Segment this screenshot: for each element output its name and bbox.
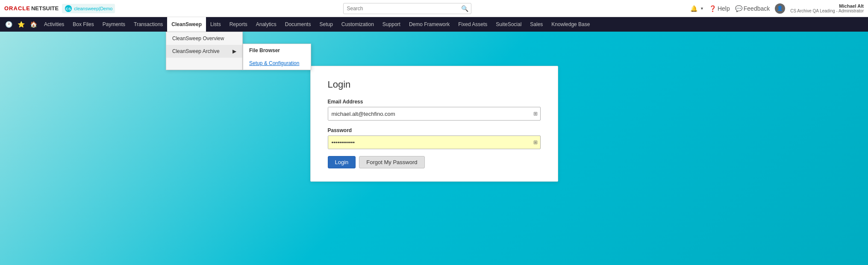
- chevron-right-icon: ▶: [232, 48, 236, 54]
- email-form-group: Email Address ⊞: [328, 99, 541, 121]
- header-right: 🔔 ▼ ❓ Help 💬 Feedback 👤 Michael Alt CS A…: [690, 3, 864, 14]
- nav-item-demo-framework[interactable]: Demo Framework: [405, 17, 454, 32]
- dropdown-secondary-menu: File Browser Setup & Configuration: [243, 44, 311, 70]
- forgot-password-button[interactable]: Forgot My Password: [359, 156, 424, 168]
- cleansweep-badge-label: cleansweep|Demo: [74, 6, 112, 11]
- feedback-icon: 💬: [735, 5, 742, 12]
- bell-icon: 🔔: [690, 5, 697, 12]
- avatar-icon: 👤: [777, 6, 783, 11]
- nav-item-support[interactable]: Support: [378, 17, 405, 32]
- email-field[interactable]: [328, 107, 531, 120]
- nav-clock-icon[interactable]: 🕐: [3, 17, 15, 32]
- navbar: 🕐 ⭐ 🏠 Activities Box Files Payments Tran…: [0, 17, 868, 32]
- nav-item-customization[interactable]: Customization: [337, 17, 378, 32]
- email-copy-icon[interactable]: ⊞: [531, 111, 540, 117]
- password-form-group: Password ⊞: [328, 127, 541, 149]
- main-content: Login Email Address ⊞ Password ⊞ Login F…: [0, 32, 868, 182]
- header: ORACLE NETSUITE CS cleansweep|Demo 🔍 🔔 ▼…: [0, 0, 868, 17]
- email-label: Email Address: [328, 99, 541, 105]
- password-input-wrapper: ⊞: [328, 135, 541, 149]
- notifications-button[interactable]: 🔔 ▼: [690, 5, 704, 12]
- help-icon: ❓: [709, 5, 716, 12]
- login-box: Login Email Address ⊞ Password ⊞ Login F…: [310, 66, 558, 182]
- nav-item-reports[interactable]: Reports: [225, 17, 252, 32]
- help-label: Help: [718, 5, 730, 12]
- dropdown-item-archive[interactable]: CleanSweep Archive ▶: [166, 45, 242, 58]
- cleansweep-logo-icon: CS: [65, 5, 72, 12]
- notifications-chevron: ▼: [700, 6, 704, 11]
- nav-item-documents[interactable]: Documents: [281, 17, 315, 32]
- user-name: Michael Alt: [790, 3, 864, 9]
- nav-item-transactions[interactable]: Transactions: [129, 17, 167, 32]
- login-button[interactable]: Login: [328, 156, 356, 168]
- nav-item-cleansweep[interactable]: CleanSweep: [167, 17, 206, 32]
- dropdown-item-file-browser[interactable]: File Browser: [243, 44, 311, 57]
- login-title: Login: [328, 79, 541, 90]
- nav-item-analytics[interactable]: Analytics: [252, 17, 281, 32]
- user-role: CS Archive QA Leading - Administrator: [790, 9, 864, 13]
- search-bar: 🔍: [124, 3, 690, 14]
- nav-item-fixed-assets[interactable]: Fixed Assets: [454, 17, 491, 32]
- cleansweep-dropdown: CleanSweep Overview CleanSweep Archive ▶…: [166, 32, 311, 70]
- user-info: Michael Alt CS Archive QA Leading - Admi…: [790, 3, 864, 13]
- help-button[interactable]: ❓ Help: [709, 5, 730, 12]
- nav-star-icon[interactable]: ⭐: [15, 17, 27, 32]
- cleansweep-badge[interactable]: CS cleansweep|Demo: [62, 4, 115, 13]
- email-input-wrapper: ⊞: [328, 107, 541, 121]
- avatar: 👤: [775, 3, 785, 14]
- form-buttons: Login Forgot My Password: [328, 156, 541, 168]
- dropdown-item-overview[interactable]: CleanSweep Overview: [166, 32, 242, 45]
- nav-item-knowledge-base[interactable]: Knowledge Base: [547, 17, 594, 32]
- nav-item-box-files[interactable]: Box Files: [68, 17, 98, 32]
- netsuite-text: NETSUITE: [31, 5, 59, 12]
- nav-item-lists[interactable]: Lists: [206, 17, 225, 32]
- nav-item-activities[interactable]: Activities: [40, 17, 68, 32]
- oracle-text: ORACLE: [4, 5, 30, 12]
- feedback-button[interactable]: 💬 Feedback: [735, 5, 770, 12]
- nav-item-sales[interactable]: Sales: [526, 17, 547, 32]
- nav-home-icon[interactable]: 🏠: [27, 17, 40, 32]
- nav-item-setup[interactable]: Setup: [315, 17, 337, 32]
- search-container: 🔍: [343, 3, 471, 14]
- nav-item-suite-social[interactable]: SuiteSocial: [491, 17, 526, 32]
- search-button[interactable]: 🔍: [459, 5, 471, 12]
- feedback-label: Feedback: [744, 5, 770, 12]
- logo-area: ORACLE NETSUITE CS cleansweep|Demo: [4, 4, 124, 13]
- nav-item-payments[interactable]: Payments: [98, 17, 129, 32]
- search-input[interactable]: [344, 6, 459, 12]
- password-toggle-icon[interactable]: ⊞: [531, 139, 540, 145]
- oracle-logo: ORACLE NETSUITE: [4, 5, 59, 12]
- dropdown-item-setup-config[interactable]: Setup & Configuration: [243, 57, 311, 70]
- svg-text:CS: CS: [66, 7, 71, 11]
- dropdown-primary-menu: CleanSweep Overview CleanSweep Archive ▶: [166, 32, 243, 70]
- password-label: Password: [328, 127, 541, 133]
- password-field[interactable]: [328, 136, 531, 149]
